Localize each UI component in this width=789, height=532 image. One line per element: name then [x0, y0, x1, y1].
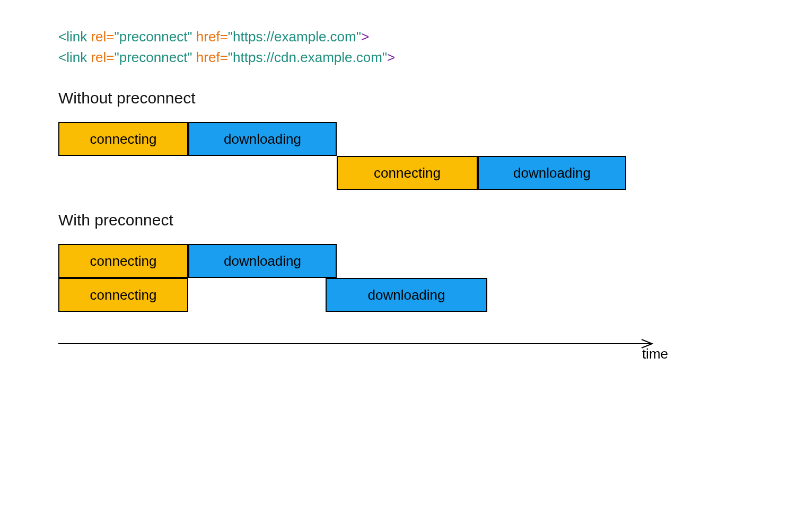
downloading-bar: downloading [188, 244, 337, 278]
code-token: rel= [91, 49, 114, 65]
arrow-right-icon [58, 338, 663, 351]
code-token: "preconnect" [115, 29, 196, 45]
downloading-bar: downloading [188, 122, 337, 156]
code-line: <link rel="preconnect" href="https://cdn… [58, 47, 731, 68]
timeline-row: connectingdownloading [58, 156, 627, 190]
code-token: "https://example.com" [228, 29, 361, 45]
timeline-row: connectingdownloading [58, 122, 627, 156]
section-title-without: Without preconnect [58, 89, 731, 107]
code-token: href= [196, 49, 228, 65]
code-token: > [361, 29, 369, 45]
code-token: <link [58, 29, 91, 45]
timeline-row: connectingdownloading [58, 278, 627, 312]
downloading-bar: downloading [326, 278, 487, 312]
code-line: <link rel="preconnect" href="https://exa… [58, 27, 731, 47]
timeline-row: connectingdownloading [58, 244, 627, 278]
code-token: > [387, 49, 395, 65]
connecting-bar: connecting [337, 156, 478, 190]
code-token: href= [196, 29, 228, 45]
code-block: <link rel="preconnect" href="https://exa… [58, 27, 731, 68]
timeline-without: connectingdownloadingconnectingdownloadi… [58, 122, 627, 190]
code-token: "https://cdn.example.com" [228, 49, 387, 65]
timeline-with: connectingdownloadingconnectingdownloadi… [58, 244, 627, 312]
connecting-bar: connecting [58, 244, 188, 278]
connecting-bar: connecting [58, 122, 188, 156]
connecting-bar: connecting [58, 278, 188, 312]
time-axis: time [58, 338, 647, 353]
section-title-with: With preconnect [58, 211, 731, 229]
downloading-bar: downloading [478, 156, 626, 190]
code-token: <link [58, 49, 91, 65]
axis-label: time [642, 346, 668, 362]
code-token: rel= [91, 29, 114, 45]
code-token: "preconnect" [115, 49, 196, 65]
